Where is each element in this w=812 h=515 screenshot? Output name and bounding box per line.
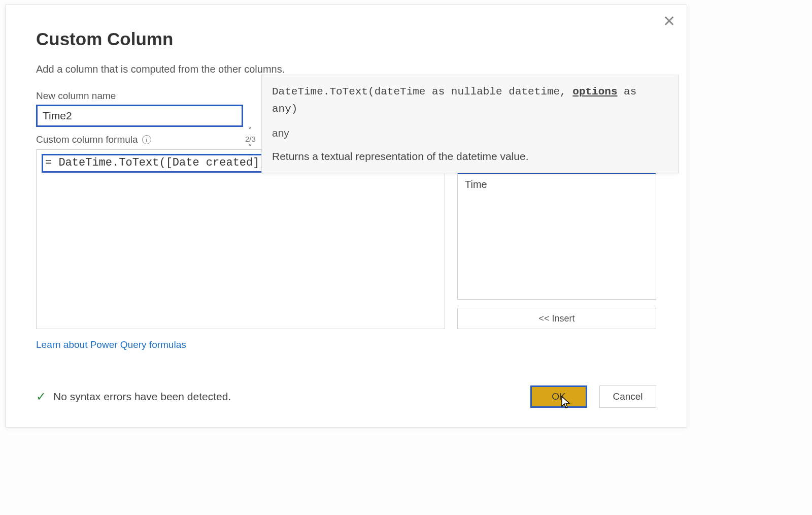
cancel-button[interactable]: Cancel — [599, 385, 656, 408]
sig-prefix: DateTime.ToText(dateTime as nullable dat… — [272, 86, 572, 98]
overload-spinner[interactable]: ˄ 2/3 ˅ — [245, 126, 256, 151]
info-icon[interactable]: i — [142, 135, 151, 144]
ok-button-label: OK — [552, 391, 565, 402]
formula-label-text: Custom column formula — [36, 134, 138, 145]
sig-current-param: options — [572, 86, 617, 98]
formula-editor[interactable]: = DateTime.ToText([Date created], "HH:mm… — [36, 149, 445, 329]
check-icon: ✓ — [36, 390, 46, 404]
custom-column-dialog: ✕ Custom Column Add a column that is com… — [5, 4, 687, 428]
tooltip-description: Returns a textual representation of the … — [272, 148, 668, 165]
close-button[interactable]: ✕ — [663, 14, 675, 29]
ok-button[interactable]: OK — [530, 385, 587, 408]
status-message: No syntax errors have been detected. — [53, 391, 231, 403]
dialog-subtitle: Add a column that is computed from the o… — [36, 63, 656, 75]
overload-counter: 2/3 — [245, 135, 256, 143]
formula-prefix: = DateTime.ToText([Date created], — [45, 156, 273, 169]
tooltip-return-type: any — [272, 124, 668, 142]
spinner-down-icon[interactable]: ˅ — [248, 144, 252, 151]
insert-button[interactable]: << Insert — [457, 308, 656, 329]
new-column-name-input[interactable] — [36, 105, 243, 127]
status-bar: ✓ No syntax errors have been detected. — [36, 390, 231, 404]
available-column-item[interactable]: Time — [458, 174, 656, 196]
help-link[interactable]: Learn about Power Query formulas — [36, 339, 186, 350]
tooltip-signature: DateTime.ToText(dateTime as nullable dat… — [272, 83, 668, 117]
spinner-up-icon[interactable]: ˄ — [248, 126, 252, 134]
signature-tooltip: DateTime.ToText(dateTime as nullable dat… — [261, 75, 679, 173]
dialog-title: Custom Column — [36, 29, 656, 49]
